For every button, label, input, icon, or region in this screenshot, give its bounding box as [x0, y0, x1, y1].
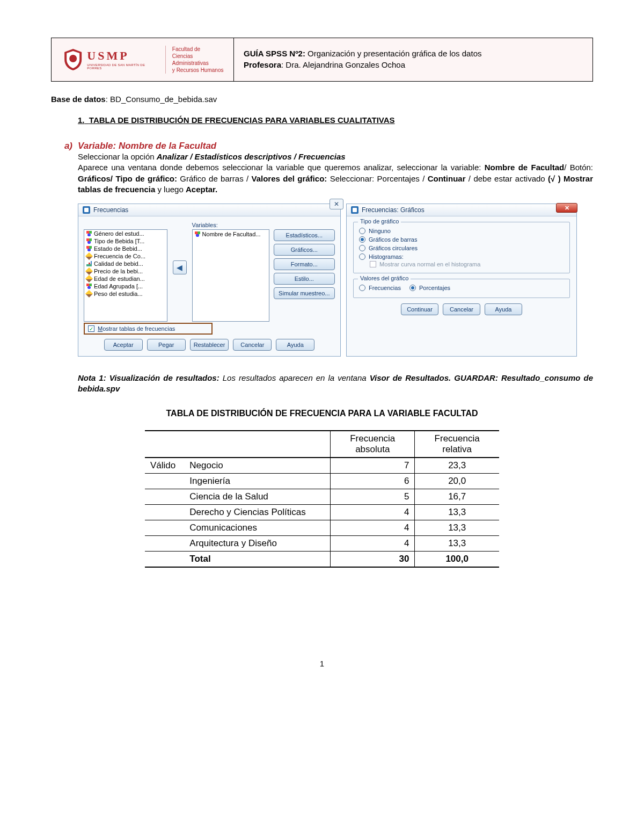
move-variable-button[interactable]: ◀: [173, 260, 187, 274]
list-item-label: Frecuencia de Co...: [94, 253, 145, 259]
close-button[interactable]: ✕: [556, 203, 577, 213]
body-text: Seleccionar la opción: [78, 152, 157, 161]
nota-body-1: Los resultados aparecen en la ventana: [219, 373, 370, 382]
dialog-button[interactable]: Gráficos...: [274, 244, 335, 256]
usmp-shield-icon: [62, 48, 84, 71]
mostrar-tablas-checkbox-row[interactable]: ✓ Mostrar tablas de frecuencias: [84, 323, 213, 335]
table-row: Derecho y Ciencias Políticas413,3: [145, 505, 499, 520]
app-icon: [351, 206, 358, 214]
freq-abs-cell: 6: [331, 474, 415, 489]
close-icon[interactable]: ✕: [330, 199, 343, 209]
group-legend-2: Valores del gráfico: [358, 275, 411, 281]
radio-label: Histogramas:: [369, 253, 404, 260]
aceptar-bold: Aceptar.: [186, 185, 217, 194]
guide-title-rest: Organización y presentación gráfica de l…: [305, 49, 482, 58]
faculty-line-2: Ciencias Administrativas: [172, 53, 228, 67]
list-item[interactable]: Peso del estudia...: [84, 290, 167, 298]
freq-abs-cell: 7: [331, 458, 415, 474]
dialog-button[interactable]: Restablecer: [190, 339, 229, 351]
nota-1: Nota 1: Visualización de resultados: Los…: [78, 373, 593, 394]
dialog-button[interactable]: Pegar: [147, 339, 186, 351]
database-line: Base de datos: BD_Consumo_de_bebida.sav: [51, 95, 593, 104]
col-header-2b: relativa: [442, 444, 472, 454]
logo-cell: USMP UNIVERSIDAD DE SAN MARTÍN DE PORRES…: [52, 38, 234, 81]
dialog-button[interactable]: Cancelar: [233, 339, 272, 351]
section-body: Seleccionar la opción Analizar / Estadís…: [78, 151, 593, 195]
dialog-button[interactable]: Formato...: [274, 258, 335, 270]
radio-label: Ninguno: [369, 228, 391, 234]
radio-option[interactable]: Frecuencias: [359, 284, 401, 292]
list-item[interactable]: Género del estud...: [84, 230, 167, 237]
dialog-button[interactable]: Ayuda: [485, 303, 522, 315]
dialog-button[interactable]: Cancelar: [443, 303, 480, 315]
dialog-button[interactable]: Estilo...: [274, 273, 335, 285]
table-title: TABLA DE DISTRIBUCIÓN DE FRECUENCIA PARA…: [51, 409, 593, 418]
faculty-text: Facultad de Ciencias Administrativas y R…: [165, 46, 228, 74]
list-item-label: Peso del estudia...: [94, 291, 143, 297]
list-item[interactable]: Frecuencia de Co...: [84, 252, 167, 260]
col-header-2a: Frecuencia: [435, 433, 480, 444]
radio-icon: [359, 245, 365, 251]
dialog-title-2: Frecuencias: Gráficos: [362, 206, 425, 214]
table-total-row: Total30100,0: [145, 552, 499, 568]
list-item-label: Precio de la bebi...: [94, 268, 143, 274]
faculty-line-1: Facultad de: [172, 46, 228, 53]
checkbox-label: ostrar tablas de frecuencias: [103, 325, 175, 332]
variable-type-icon: [85, 252, 93, 260]
graficos-bold: Gráficos/ Tipo de gráfico:: [78, 174, 177, 183]
variable-type-icon: [86, 246, 92, 251]
body-text-7: y luego: [155, 185, 186, 194]
radio-icon: [359, 236, 365, 243]
list-item[interactable]: Edad de estudian...: [84, 275, 167, 282]
freq-rel-cell: 13,3: [415, 505, 499, 520]
heading-number: 1.: [78, 115, 85, 125]
total-label: Total: [184, 552, 330, 568]
freq-abs-cell: 4: [331, 536, 415, 552]
list-item[interactable]: Edad Agrupada [...: [84, 282, 167, 290]
list-item[interactable]: Calidad de bebid...: [84, 260, 167, 267]
radio-option[interactable]: Gráficos de barras: [359, 235, 564, 244]
dialog-button[interactable]: Simular muestreo...: [274, 287, 335, 299]
dialog-button[interactable]: Continuar: [401, 303, 438, 315]
dialog-button[interactable]: Ayuda: [276, 339, 314, 351]
group-legend-1: Tipo de gráfico: [358, 218, 401, 224]
guide-title-bold: GUÍA SPSS Nº2:: [244, 49, 305, 58]
spss-screenshots: ✕ Frecuencias Género del estud...Tipo de…: [78, 204, 593, 357]
db-value: : BD_Consumo_de_bebida.sav: [106, 95, 217, 104]
freq-abs-cell: 4: [331, 520, 415, 536]
dialog-bottom-buttons-2: ContinuarCancelarAyuda: [353, 303, 570, 315]
total-fr: 100,0: [415, 552, 499, 568]
list-item[interactable]: Estado de Bebid...: [84, 245, 167, 252]
radio-option[interactable]: Gráficos circulares: [359, 244, 564, 252]
table-row: VálidoNegocio723,3: [145, 458, 499, 474]
svg-point-0: [69, 55, 77, 62]
variables-listbox[interactable]: Género del estud...Tipo de Bebida [T...E…: [84, 229, 167, 322]
selected-variables-box[interactable]: Nombre de Facultad...: [192, 229, 269, 322]
list-item-label: Edad Agrupada [...: [94, 283, 143, 289]
section-1-heading: 1. TABLA DE DISTRIBUCIÓN DE FRECUENCIAS …: [78, 115, 593, 125]
logo-text: USMP: [87, 50, 158, 62]
variable-type-icon: [85, 267, 93, 275]
freq-rel-cell: 20,0: [415, 474, 499, 489]
dialog-button[interactable]: Estadísticos...: [274, 229, 335, 241]
list-item[interactable]: Precio de la bebi...: [84, 267, 167, 275]
radio-icon: [409, 285, 416, 291]
radio-option[interactable]: Ninguno: [359, 227, 564, 235]
category-cell: Comunicaciones: [184, 520, 330, 536]
radio-option[interactable]: Histogramas:: [359, 252, 564, 261]
var-name-bold: Nombre de Facultad: [485, 163, 564, 172]
dialog-button[interactable]: Aceptar: [104, 339, 143, 351]
dialog-title-bar: Frecuencias: [78, 204, 340, 216]
selected-variable: Nombre de Facultad...: [202, 231, 261, 237]
list-item[interactable]: Tipo de Bebida [T...: [84, 237, 167, 245]
variable-type-icon: [85, 290, 93, 298]
freq-rel-cell: 13,3: [415, 536, 499, 552]
heading-text: TABLA DE DISTRIBUCIÓN DE FRECUENCIAS PAR…: [89, 115, 395, 125]
app-icon: [83, 206, 90, 214]
dialog-title: Frecuencias: [93, 206, 128, 214]
radio-option[interactable]: Porcentajes: [409, 284, 450, 292]
radio-label: Gráficos de barras: [369, 236, 417, 243]
checkbox-icon[interactable]: ✓: [88, 325, 94, 332]
continuar-bold: Continuar: [428, 174, 466, 183]
category-cell: Ingeniería: [184, 474, 330, 489]
